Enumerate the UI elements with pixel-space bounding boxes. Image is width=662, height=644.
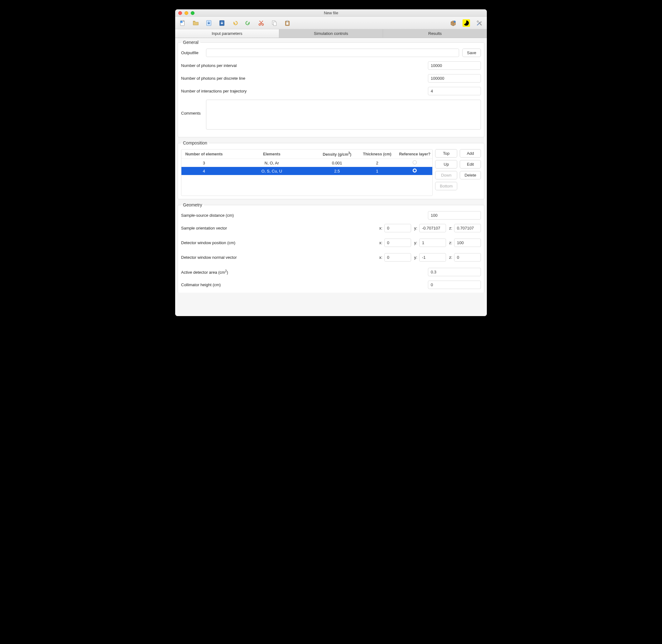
cell-density: 2.5 (317, 167, 357, 175)
table-row[interactable]: 4O, S, Cu, U2.51 (181, 167, 432, 175)
detector-pos-y-input[interactable] (419, 238, 446, 247)
cell-reference[interactable] (397, 167, 432, 175)
collimator-height-input[interactable] (428, 281, 481, 289)
sample-source-distance-input[interactable] (428, 211, 481, 220)
svg-rect-8 (273, 22, 276, 25)
panel-general-legend: General (181, 40, 200, 45)
composition-table[interactable]: Number of elements Elements Density (g/c… (181, 149, 433, 196)
cell-reference[interactable] (397, 159, 432, 167)
tab-simulation-controls[interactable]: Simulation controls (279, 29, 383, 38)
panel-geometry-legend: Geometry (181, 202, 204, 207)
detector-pos-z-input[interactable] (454, 238, 481, 247)
active-area-input[interactable] (428, 268, 481, 276)
col-thickness[interactable]: Thickness (cm) (357, 150, 397, 159)
minimize-window-icon[interactable] (184, 11, 188, 15)
tab-results[interactable]: Results (383, 29, 487, 38)
package-icon[interactable] (449, 19, 457, 27)
panel-composition-legend: Composition (181, 140, 209, 145)
titlebar: New file (175, 9, 487, 17)
window-title: New file (175, 10, 487, 15)
layer-up-button[interactable]: Up (435, 160, 457, 168)
zoom-window-icon[interactable] (191, 11, 195, 15)
sample-source-distance-label: Sample-source distance (cm) (181, 213, 425, 218)
paste-icon[interactable] (284, 19, 291, 27)
toolbar: + (175, 17, 487, 29)
collimator-height-label: Collimator height (cm) (181, 282, 425, 287)
photons-line-label: Number of photons per discrete line (181, 76, 425, 80)
save-icon[interactable] (205, 19, 213, 27)
copy-icon[interactable] (270, 19, 278, 27)
svg-rect-11 (286, 22, 288, 25)
cell-thickness: 2 (357, 159, 397, 167)
axis-y-label: y: (414, 226, 417, 230)
layer-edit-button[interactable]: Edit (460, 160, 481, 168)
layer-bottom-button[interactable]: Bottom (435, 182, 457, 190)
photons-interval-label: Number of photons per interval (181, 63, 425, 68)
save-as-icon[interactable] (218, 19, 226, 27)
cell-elements: N, O, Ar (226, 159, 317, 167)
sample-orient-z-input[interactable] (454, 224, 481, 232)
svg-rect-14 (477, 20, 479, 22)
preferences-icon[interactable] (476, 19, 483, 27)
comments-textarea[interactable] (206, 100, 481, 130)
axis-x-label: x: (379, 226, 382, 230)
detector-norm-x-input[interactable] (384, 253, 411, 261)
interactions-input[interactable] (428, 87, 481, 95)
cell-density: 0.001 (317, 159, 357, 167)
main-tabs: Input parameters Simulation controls Res… (175, 29, 487, 38)
new-file-icon[interactable]: + (179, 19, 186, 27)
photons-interval-input[interactable] (428, 61, 481, 70)
cut-icon[interactable] (258, 19, 265, 27)
redo-icon[interactable] (244, 19, 252, 27)
col-reference[interactable]: Reference layer? (397, 150, 432, 159)
outputfile-input[interactable] (206, 49, 459, 57)
col-density[interactable]: Density (g/cm3) (317, 150, 357, 159)
app-window: New file + (175, 9, 487, 316)
sample-orient-y-input[interactable] (419, 224, 446, 232)
layer-delete-button[interactable]: Delete (460, 171, 481, 179)
detector-normal-label: Detector window normal vector (181, 255, 376, 260)
sample-orient-x-input[interactable] (384, 224, 411, 232)
svg-point-12 (454, 21, 456, 22)
panel-geometry: Geometry Sample-source distance (cm) Sam… (178, 202, 484, 293)
cell-num-elements: 4 (181, 167, 226, 175)
sample-orientation-label: Sample orientation vector (181, 226, 376, 230)
layer-down-button[interactable]: Down (435, 171, 457, 179)
detector-pos-x-input[interactable] (384, 238, 411, 247)
cell-elements: O, S, Cu, U (226, 167, 317, 175)
svg-text:+: + (181, 21, 182, 23)
layer-top-button[interactable]: Top (435, 149, 457, 158)
outputfile-save-button[interactable]: Save (462, 49, 481, 57)
radiation-icon[interactable] (463, 19, 470, 27)
content-scroll[interactable]: General Outputfile Save Number of photon… (175, 38, 487, 316)
svg-rect-10 (286, 20, 288, 22)
layer-add-button[interactable]: Add (460, 149, 481, 158)
comments-label: Comments (181, 100, 203, 116)
detector-position-label: Detector window position (cm) (181, 240, 376, 245)
outputfile-label: Outputfile (181, 50, 203, 55)
cell-num-elements: 3 (181, 159, 226, 167)
undo-icon[interactable] (231, 19, 239, 27)
col-num-elements[interactable]: Number of elements (181, 150, 226, 159)
col-elements[interactable]: Elements (226, 150, 317, 159)
panel-composition: Composition Number of elements Elements … (178, 140, 484, 199)
axis-z-label: z: (449, 226, 452, 230)
open-folder-icon[interactable] (192, 19, 199, 27)
detector-norm-z-input[interactable] (454, 253, 481, 261)
active-area-label: Active detector area (cm2) (181, 269, 425, 275)
reference-radio-icon[interactable] (413, 160, 417, 164)
tab-input-parameters[interactable]: Input parameters (175, 29, 279, 38)
detector-norm-y-input[interactable] (419, 253, 446, 261)
interactions-label: Number of interactions per trajectory (181, 89, 425, 93)
close-window-icon[interactable] (178, 11, 182, 15)
table-row[interactable]: 3N, O, Ar0.0012 (181, 159, 432, 167)
reference-radio-icon[interactable] (413, 168, 417, 172)
photons-line-input[interactable] (428, 74, 481, 83)
cell-thickness: 1 (357, 167, 397, 175)
panel-general: General Outputfile Save Number of photon… (178, 40, 484, 137)
